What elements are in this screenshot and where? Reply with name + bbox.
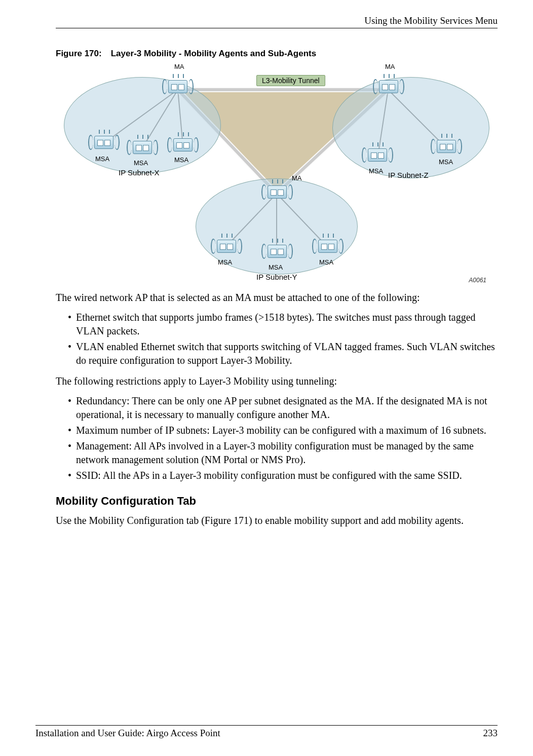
subnet-label: IP Subnet-Y (256, 273, 297, 281)
ma-label: MA (385, 63, 395, 70)
ma-label: MA (174, 63, 184, 70)
msa-label: MSA (218, 258, 232, 266)
msa-node (213, 237, 240, 257)
list-item: SSID: All the APs in a Layer-3 mobility … (74, 469, 498, 482)
paragraph: The wired network AP that is selected as… (56, 291, 498, 305)
list-item: Management: All APs involved in a Layer-… (74, 439, 498, 467)
bullet-list: Ethernet switch that supports jumbo fram… (56, 311, 498, 367)
msa-node (90, 133, 118, 153)
running-header: Using the Mobility Services Menu (56, 10, 498, 28)
list-item: Ethernet switch that supports jumbo fram… (74, 311, 498, 338)
list-item: Maximum number of IP subnets: Layer-3 mo… (74, 424, 498, 437)
bullet-list: Redundancy: There can be only one AP per… (56, 394, 498, 482)
msa-label: MSA (134, 159, 148, 167)
msa-label: MSA (439, 158, 453, 166)
paragraph: The following restrictions apply to Laye… (56, 374, 498, 388)
subnet-label: IP Subnet-Z (388, 171, 429, 179)
msa-node (433, 137, 460, 157)
figure-title: Layer-3 Mobility - Mobility Agents and S… (111, 49, 317, 58)
msa-label: MSA (174, 156, 188, 164)
figure-image-id: A0061 (469, 277, 486, 284)
page-number: 233 (483, 728, 498, 739)
subnet-label: IP Subnet-X (119, 168, 160, 177)
figure-number: Figure 170: (56, 49, 102, 58)
ma-node (263, 182, 291, 203)
msa-label: MSA (95, 155, 109, 163)
subnet-z-oval (332, 77, 489, 178)
list-item: Redundancy: There can be only one AP per… (74, 394, 498, 422)
msa-node (364, 145, 391, 166)
figure-caption: Figure 170:Layer-3 Mobility - Mobility A… (56, 49, 498, 59)
footer-title: Installation and User Guide: Airgo Acces… (35, 728, 220, 739)
msa-label: MSA (269, 263, 283, 271)
msa-label: MSA (369, 167, 383, 175)
msa-node (263, 242, 291, 262)
paragraph: Use the Mobility Configuration tab (Figu… (56, 514, 498, 527)
page-footer: Installation and User Guide: Airgo Acces… (35, 725, 498, 739)
ma-node (164, 77, 192, 97)
msa-node (314, 237, 341, 257)
ma-node (375, 77, 402, 97)
ma-label: MA (292, 174, 302, 182)
section-heading: Mobility Configuration Tab (56, 495, 498, 508)
msa-node (169, 135, 197, 156)
list-item: VLAN enabled Ethernet switch that suppor… (74, 340, 498, 367)
figure-170-diagram: MA MA MA MSA MSA MSA MSA MSA MSA MSA MSA… (64, 62, 489, 285)
msa-node (129, 138, 156, 158)
msa-label: MSA (319, 258, 333, 266)
tunnel-label: L3-Mobility Tunnel (256, 75, 325, 86)
